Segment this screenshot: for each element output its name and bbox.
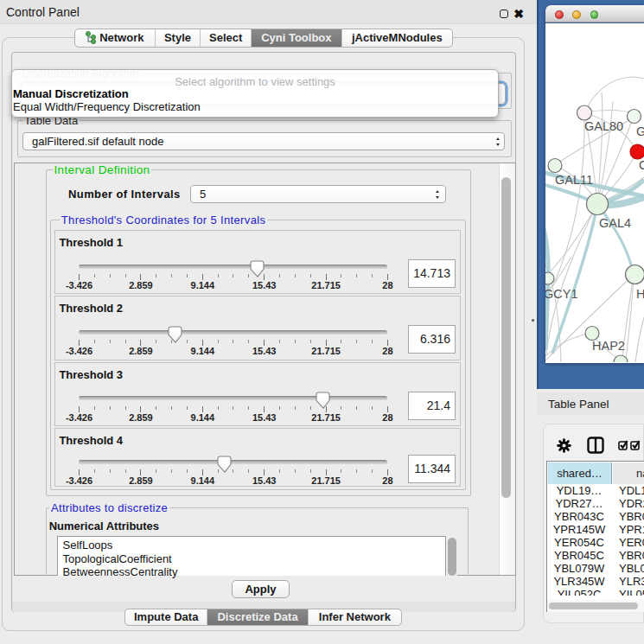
svg-text:GAL4: GAL4 [599,216,631,230]
svg-text:H: H [636,287,644,301]
svg-text:GAL80: GAL80 [584,119,623,133]
svg-text:G…: G… [636,124,644,138]
svg-text:GAL11: GAL11 [555,173,593,187]
svg-text:GCY1: GCY1 [545,287,578,301]
svg-text:C: C [639,158,644,172]
svg-text:HAP2: HAP2 [592,339,625,353]
